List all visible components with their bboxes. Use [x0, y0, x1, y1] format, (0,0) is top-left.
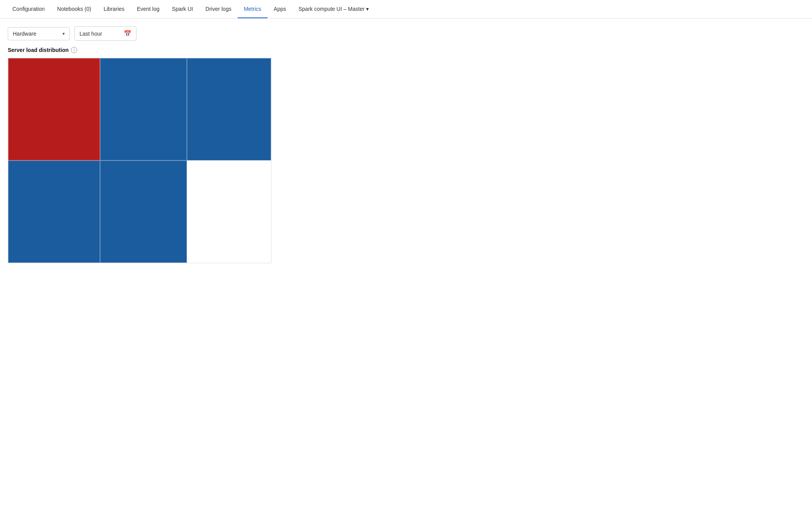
- treemap-cell: [187, 160, 271, 263]
- treemap-cell: [100, 160, 187, 263]
- section-title-row: Server load distribution i: [8, 47, 804, 53]
- nav-item-configuration[interactable]: Configuration: [6, 0, 51, 18]
- treemap-cell: [8, 160, 100, 263]
- nav-item-spark-ui[interactable]: Spark UI: [166, 0, 199, 18]
- hardware-dropdown-label: Hardware: [13, 31, 36, 37]
- treemap-cell: [100, 58, 187, 160]
- nav-item-spark-compute-ui-–-master[interactable]: Spark compute UI – Master ▾: [292, 0, 375, 18]
- calendar-icon: 📅: [124, 30, 131, 37]
- section-title-text: Server load distribution: [8, 47, 69, 53]
- server-load-section: Server load distribution i: [0, 47, 812, 263]
- treemap-cell: [187, 58, 271, 160]
- nav-item-event-log[interactable]: Event log: [131, 0, 166, 18]
- info-icon[interactable]: i: [71, 47, 77, 53]
- nav-bar: ConfigurationNotebooks (0)LibrariesEvent…: [0, 0, 812, 19]
- date-picker[interactable]: Last hour 📅: [74, 26, 136, 41]
- treemap-cell: [8, 58, 100, 160]
- nav-item-driver-logs[interactable]: Driver logs: [199, 0, 238, 18]
- treemap-row: [8, 160, 271, 263]
- date-picker-label: Last hour: [79, 31, 102, 37]
- toolbar: Hardware ▾ Last hour 📅: [0, 19, 812, 47]
- treemap-row: [8, 58, 271, 160]
- hardware-dropdown[interactable]: Hardware ▾: [8, 27, 70, 40]
- chevron-down-icon: ▾: [62, 31, 65, 36]
- nav-item-libraries[interactable]: Libraries: [97, 0, 131, 18]
- chevron-down-icon: ▾: [366, 6, 369, 12]
- treemap: [8, 58, 271, 263]
- nav-item-notebooks-(0)[interactable]: Notebooks (0): [51, 0, 97, 18]
- nav-item-metrics[interactable]: Metrics: [238, 0, 268, 18]
- nav-item-apps[interactable]: Apps: [268, 0, 292, 18]
